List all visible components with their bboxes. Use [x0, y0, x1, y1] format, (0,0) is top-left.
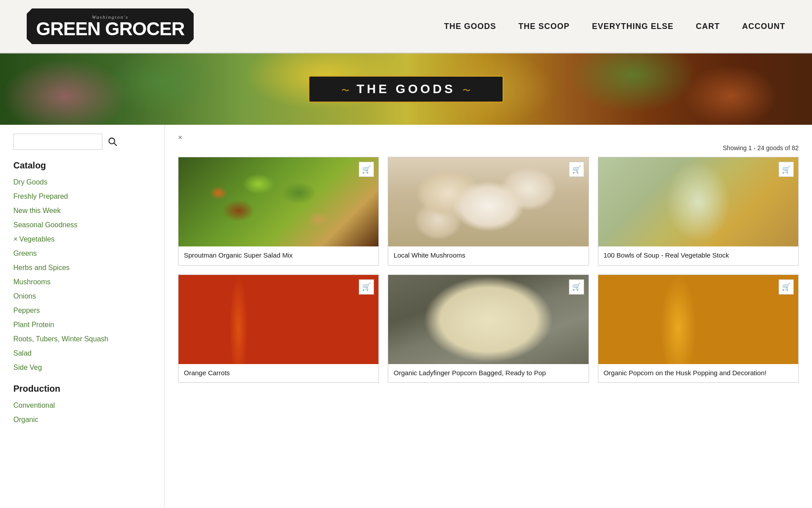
sidebar-item-seasonal-goodness[interactable]: Seasonal Goodness: [13, 218, 155, 232]
logo-badge[interactable]: Washington's GREEN GROCER: [27, 8, 194, 44]
logo-main-text: GREEN GROCER: [36, 20, 184, 38]
remove-vegetables-filter[interactable]: ×: [13, 232, 17, 246]
add-to-cart-button[interactable]: 🛒: [779, 162, 794, 177]
showing-count: Showing 1 - 24 goods of 82: [178, 144, 799, 152]
svg-line-1: [114, 143, 117, 146]
main-nav: THE GOODS THE SCOOP EVERYTHING ELSE CART…: [444, 22, 785, 31]
product-card[interactable]: 🛒 100 Bowls of Soup - Real Vegetable Sto…: [598, 157, 799, 266]
product-image: [598, 157, 798, 246]
nav-cart[interactable]: CART: [696, 22, 720, 31]
catalog-nav: Dry Goods Freshly Prepared New this Week…: [13, 175, 155, 375]
product-name: Organic Popcorn on the Husk Popping and …: [598, 364, 798, 383]
product-name: Local White Mushrooms: [388, 246, 588, 265]
product-card[interactable]: 🛒 Sproutman Organic Super Salad Mix: [178, 157, 379, 266]
production-section: Production Conventional Organic: [13, 384, 155, 427]
product-name: Orange Carrots: [179, 364, 378, 383]
product-image-wrap: 🛒: [179, 275, 378, 364]
catalog-title: Catalog: [13, 160, 155, 171]
sidebar-item-vegetables[interactable]: Vegetables: [19, 232, 54, 246]
hero-title: THE GOODS: [357, 82, 455, 96]
product-name: 100 Bowls of Soup - Real Vegetable Stock: [598, 246, 798, 265]
sidebar-item-onions[interactable]: Onions: [13, 289, 155, 303]
product-name: Sproutman Organic Super Salad Mix: [179, 246, 378, 265]
close-filter-btn[interactable]: ×: [178, 134, 182, 142]
nav-the-goods[interactable]: THE GOODS: [444, 22, 496, 31]
hero-badge: THE GOODS: [309, 76, 504, 102]
sidebar-item-mushrooms[interactable]: Mushrooms: [13, 275, 155, 289]
product-image: [388, 157, 588, 246]
search-input[interactable]: [13, 134, 102, 150]
production-title: Production: [13, 384, 155, 394]
logo-area: Washington's GREEN GROCER: [27, 8, 194, 44]
sidebar-item-salad[interactable]: Salad: [13, 346, 155, 361]
nav-the-scoop[interactable]: THE SCOOP: [519, 22, 570, 31]
product-card[interactable]: 🛒 Organic Popcorn on the Husk Popping an…: [598, 274, 799, 383]
product-name: Organic Ladyfinger Popcorn Bagged, Ready…: [388, 364, 588, 383]
nav-everything-else[interactable]: EVERYTHING ELSE: [592, 22, 674, 31]
nav-account[interactable]: ACCOUNT: [742, 22, 785, 31]
sidebar-item-herbs-spices[interactable]: Herbs and Spices: [13, 261, 155, 275]
sidebar-item-peppers[interactable]: Peppers: [13, 303, 155, 318]
site-header: Washington's GREEN GROCER THE GOODS THE …: [0, 0, 812, 53]
add-to-cart-button[interactable]: 🛒: [359, 279, 374, 295]
sidebar: Catalog Dry Goods Freshly Prepared New t…: [0, 125, 165, 508]
add-to-cart-button[interactable]: 🛒: [779, 279, 794, 295]
production-nav: Conventional Organic: [13, 398, 155, 427]
search-icon: [108, 137, 118, 147]
product-grid: 🛒 Sproutman Organic Super Salad Mix 🛒 Lo…: [178, 157, 799, 383]
product-image-wrap: 🛒: [598, 275, 798, 364]
product-image: [388, 275, 588, 364]
product-image: [598, 275, 798, 364]
sidebar-item-roots-tubers[interactable]: Roots, Tubers, Winter Squash: [13, 332, 155, 346]
product-image-wrap: 🛒: [598, 157, 798, 246]
sidebar-item-conventional[interactable]: Conventional: [13, 398, 155, 413]
sidebar-item-freshly-prepared[interactable]: Freshly Prepared: [13, 189, 155, 204]
sidebar-item-new-this-week[interactable]: New this Week: [13, 204, 155, 218]
product-image: [179, 157, 378, 246]
sidebar-item-greens[interactable]: Greens: [13, 246, 155, 261]
add-to-cart-button[interactable]: 🛒: [569, 279, 584, 295]
main-container: Catalog Dry Goods Freshly Prepared New t…: [0, 125, 812, 508]
svg-point-0: [109, 138, 115, 144]
sidebar-item-organic[interactable]: Organic: [13, 413, 155, 427]
product-image-wrap: 🛒: [179, 157, 378, 246]
product-image-wrap: 🛒: [388, 275, 588, 364]
product-card[interactable]: 🛒 Local White Mushrooms: [388, 157, 589, 266]
product-card[interactable]: 🛒 Orange Carrots: [178, 274, 379, 383]
add-to-cart-button[interactable]: 🛒: [359, 162, 374, 177]
sidebar-item-side-veg[interactable]: Side Veg: [13, 361, 155, 375]
product-content: × Showing 1 - 24 goods of 82 🛒 Sproutman…: [165, 125, 812, 508]
sidebar-item-vegetables-container: × Vegetables: [13, 232, 155, 246]
hero-banner: THE GOODS: [0, 53, 812, 125]
product-image: [179, 275, 378, 364]
product-card[interactable]: 🛒 Organic Ladyfinger Popcorn Bagged, Rea…: [388, 274, 589, 383]
sidebar-item-dry-goods[interactable]: Dry Goods: [13, 175, 155, 189]
sidebar-item-plant-protein[interactable]: Plant Protein: [13, 318, 155, 332]
search-button[interactable]: [106, 135, 119, 148]
product-image-wrap: 🛒: [388, 157, 588, 246]
search-bar: [13, 134, 155, 150]
add-to-cart-button[interactable]: 🛒: [569, 162, 584, 177]
